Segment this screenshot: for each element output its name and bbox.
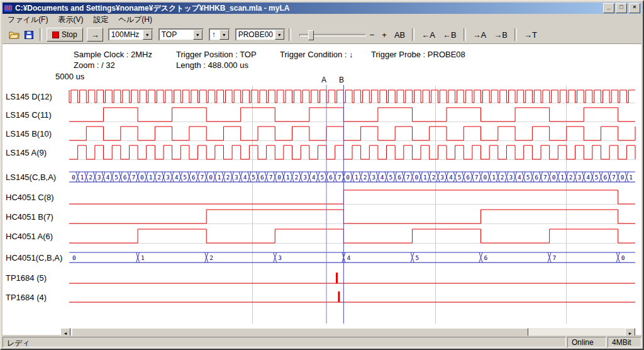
bus-value: 0: [621, 174, 625, 181]
channel-label: HC4051 B(7): [6, 212, 53, 222]
bus-value: 1: [218, 174, 221, 181]
bus-value: 3: [372, 174, 375, 181]
bus-value: 4: [347, 254, 350, 261]
bus-value: 1: [355, 174, 358, 181]
bus-trace: [69, 172, 635, 182]
bus-value: 3: [303, 174, 307, 181]
bus-value: 0: [414, 174, 418, 181]
bus-value: 5: [183, 174, 187, 181]
bus-value: 5: [595, 174, 599, 181]
bus-value: 4: [312, 174, 316, 181]
channel-label: TP1684 (4): [6, 293, 47, 302]
cursor-b-label[interactable]: B: [337, 76, 346, 84]
pulse-glitch: [338, 291, 340, 302]
bus-value: 1: [492, 174, 496, 181]
bus-value: 3: [578, 174, 582, 181]
bus-value: 2: [432, 174, 436, 181]
waveform-trace: [69, 210, 635, 223]
bus-value: 3: [440, 174, 444, 181]
bus-value: 5: [526, 174, 530, 181]
channel-label: HC4051 C(8): [6, 193, 54, 202]
channel-label: LS145 D(12): [6, 92, 52, 101]
channel-label: LS145 C(11): [6, 110, 52, 120]
bus-value: 7: [553, 254, 557, 261]
bus-value: 5: [458, 174, 462, 181]
bus-value: 2: [226, 174, 230, 181]
bus-value: 3: [278, 254, 282, 261]
bus-value: 7: [543, 174, 547, 181]
waveform-display[interactable]: 0123456701234567012345670123456701234567…: [1, 1, 643, 349]
bus-value: 0: [72, 254, 76, 261]
bus-value: 4: [380, 174, 384, 181]
bus-value: 5: [252, 174, 255, 181]
cursor-a-label[interactable]: A: [319, 76, 328, 84]
bus-value: 6: [123, 174, 127, 181]
bus-value: 5: [389, 174, 393, 181]
bus-value: 4: [243, 174, 247, 181]
bus-value: 3: [509, 174, 513, 181]
waveform-trace: [69, 229, 635, 243]
bus-value: 4: [449, 174, 453, 181]
waveform-trace: [69, 127, 635, 140]
bus-value: 0: [277, 174, 281, 181]
bus-value: 4: [586, 174, 590, 181]
bus-value: 6: [484, 254, 488, 261]
bus-value: 6: [192, 174, 196, 181]
waveform-trace: [69, 108, 635, 121]
bus-value: 2: [157, 174, 161, 181]
waveform-trace: [69, 90, 635, 103]
bus-value: 0: [209, 174, 213, 181]
status-online: Online: [567, 337, 606, 347]
bus-trace: [69, 252, 635, 262]
bus-value: 2: [209, 254, 213, 261]
bus-value: 1: [141, 254, 145, 261]
pulse-glitch: [336, 273, 338, 283]
bus-value: 0: [552, 174, 556, 181]
bus-value: 1: [80, 174, 84, 181]
channel-label: LS145 A(9): [6, 148, 47, 157]
bus-value: 7: [131, 174, 135, 181]
bus-value: 1: [423, 174, 427, 181]
bus-value: 1: [286, 174, 290, 181]
bus-value: 5: [114, 174, 118, 181]
bus-value: 6: [535, 174, 538, 181]
bus-value: 5: [416, 254, 419, 261]
bus-value: 2: [501, 174, 504, 181]
bus-value: 6: [260, 174, 264, 181]
bus-value: 2: [89, 174, 92, 181]
bus-value: 0: [140, 174, 144, 181]
app-window: C:¥Documents and Settings¥noname¥デスクトップ¥…: [0, 0, 644, 350]
bus-value: 3: [235, 174, 238, 181]
bus-value: 7: [406, 174, 410, 181]
bus-value: 0: [72, 174, 75, 181]
bus-value: 0: [346, 174, 350, 181]
bus-value: 7: [612, 174, 616, 181]
bus-value: 3: [97, 174, 101, 181]
channel-label: HC4051(C,B,A): [6, 253, 62, 262]
channel-label: HC4051 A(6): [6, 232, 53, 241]
bus-value: 2: [569, 174, 573, 181]
bus-value: 1: [149, 174, 153, 181]
status-memory: 4MBit: [608, 337, 641, 347]
bus-value: 7: [269, 174, 273, 181]
bus-value: 1: [629, 174, 633, 181]
bus-value: 4: [518, 174, 521, 181]
waveform-trace: [69, 145, 635, 159]
bus-value: 6: [329, 174, 333, 181]
bus-value: 4: [106, 174, 110, 181]
channel-label: LS145 B(10): [6, 129, 52, 138]
bus-value: 0: [621, 254, 625, 261]
waveform-trace: [69, 190, 635, 204]
bus-value: 7: [338, 174, 341, 181]
bus-value: 6: [603, 174, 607, 181]
bus-value: 5: [320, 174, 324, 181]
bus-value: 6: [397, 174, 401, 181]
channel-label: LS145(C,B,A): [6, 172, 56, 182]
bus-value: 6: [466, 174, 470, 181]
bus-value: 2: [364, 174, 367, 181]
bus-value: 2: [295, 174, 299, 181]
channel-label: TP1684 (5): [6, 273, 47, 283]
bus-value: 4: [175, 174, 179, 181]
bus-value: 7: [475, 174, 479, 181]
bus-value: 1: [560, 174, 564, 181]
